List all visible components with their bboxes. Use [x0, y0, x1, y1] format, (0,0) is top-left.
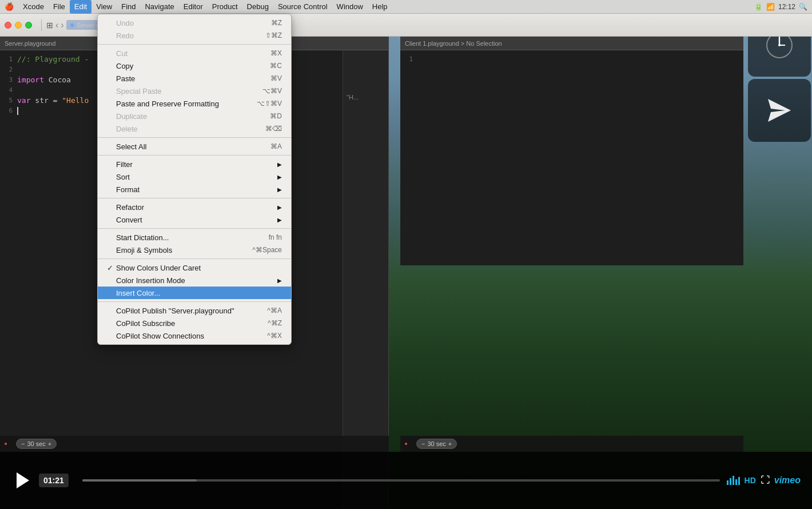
traffic-lights: [5, 22, 32, 29]
timer-value-right: 30 sec: [427, 440, 445, 447]
code-text-3: import Cocoa: [17, 75, 71, 84]
grid-icon: ⊞: [46, 21, 53, 30]
menu-editor[interactable]: Editor: [179, 0, 208, 14]
cut-shortcut: ⌘X: [270, 49, 282, 57]
nav-arrows: ‹ ›: [55, 20, 64, 30]
result-value: "H...: [343, 92, 388, 103]
paste-shortcut: ⌘V: [270, 74, 282, 82]
menu-color-insertion[interactable]: Color Insertion Mode ▶: [98, 274, 291, 287]
menu-show-colors[interactable]: ✓ Show Colors Under Caret: [98, 261, 291, 274]
progress-bar[interactable]: [82, 479, 720, 482]
menu-delete[interactable]: Delete ⌘⌫: [98, 122, 291, 135]
menu-help[interactable]: Help: [368, 0, 392, 14]
toolbar-separator: [41, 19, 42, 31]
bars-icon: [727, 476, 740, 485]
text-cursor: [17, 107, 18, 115]
close-button[interactable]: [5, 22, 11, 29]
copilot-publish-shortcut: ^⌘A: [267, 307, 282, 315]
timer-left[interactable]: − 30 sec +: [16, 439, 57, 449]
sort-arrow: ▶: [277, 174, 282, 180]
svg-point-3: [778, 44, 781, 46]
menu-undo[interactable]: Undo ⌘Z: [98, 17, 291, 29]
fullscreen-icon[interactable]: ⛶: [761, 475, 770, 486]
wifi-icon: 📶: [766, 3, 775, 11]
emoji-shortcut: ^⌘Space: [252, 246, 282, 254]
menu-file[interactable]: File: [49, 0, 70, 14]
select-all-label: Select All: [116, 142, 270, 151]
breadcrumb-bar: Client 1.playground > No Selection: [400, 37, 743, 50]
line-number-6: 6: [0, 107, 17, 114]
playback-bar-right: − 30 sec +: [400, 436, 743, 452]
menu-redo[interactable]: Redo ⇧⌘Z: [98, 29, 291, 42]
menu-copilot-publish[interactable]: CoPilot Publish "Server.playground" ^⌘A: [98, 304, 291, 317]
play-button[interactable]: [11, 470, 32, 491]
redo-shortcut: ⇧⌘Z: [265, 31, 282, 39]
edit-dropdown-menu: Undo ⌘Z Redo ⇧⌘Z Cut ⌘X Copy ⌘C Paste ⌘V…: [97, 14, 292, 345]
menu-convert[interactable]: Convert ▶: [98, 213, 291, 226]
menu-filter[interactable]: Filter ▶: [98, 158, 291, 170]
minimize-button[interactable]: [15, 22, 22, 29]
paste-preserve-shortcut: ⌥⇧⌘V: [257, 100, 282, 108]
sep-5: [98, 228, 291, 229]
video-timestamp: 01:21: [39, 474, 69, 487]
format-arrow: ▶: [277, 186, 282, 193]
import-cocoa: Cocoa: [49, 75, 71, 84]
emoji-label: Emoji & Symbols: [116, 246, 252, 254]
menu-select-all[interactable]: Select All ⌘A: [98, 140, 291, 153]
menu-find[interactable]: Find: [117, 0, 140, 14]
convert-label: Convert: [116, 216, 277, 224]
menu-duplicate[interactable]: Duplicate ⌘D: [98, 110, 291, 122]
menu-copilot-subscribe[interactable]: CoPilot Subscribe ^⌘Z: [98, 317, 291, 329]
duplicate-label: Duplicate: [116, 112, 270, 121]
menu-product[interactable]: Product: [208, 0, 242, 14]
copy-shortcut: ⌘C: [270, 62, 282, 70]
menu-view[interactable]: View: [91, 0, 117, 14]
color-insertion-label: Color Insertion Mode: [116, 276, 277, 285]
redo-label: Redo: [116, 31, 265, 40]
menu-debug[interactable]: Debug: [242, 0, 273, 14]
line-number-2: 2: [0, 66, 17, 73]
timer-right[interactable]: − 30 sec +: [416, 439, 457, 449]
menu-window[interactable]: Window: [332, 0, 368, 14]
vimeo-branding: HD ⛶ vimeo: [727, 475, 801, 486]
send-widget[interactable]: [748, 79, 811, 142]
menu-source-control[interactable]: Source Control: [273, 0, 332, 14]
line-number-5: 5: [0, 97, 17, 104]
menu-copilot-connections[interactable]: CoPilot Show Connections ^⌘X: [98, 329, 291, 342]
client-line-1: 1: [400, 54, 743, 64]
navigator-toggle[interactable]: ⊞: [46, 21, 53, 30]
menu-special-paste[interactable]: Special Paste ⌥⌘V: [98, 85, 291, 97]
var-name: str =: [35, 96, 62, 105]
menu-edit[interactable]: Edit: [70, 0, 91, 14]
menu-dictation[interactable]: Start Dictation... fn fn: [98, 231, 291, 244]
sep-2: [98, 137, 291, 138]
menu-xcode[interactable]: Xcode: [18, 0, 49, 14]
hd-badge: HD: [745, 476, 756, 485]
copilot-connections-shortcut: ^⌘X: [267, 332, 282, 340]
insert-color-label: Insert Color...: [116, 289, 282, 297]
search-icon[interactable]: 🔍: [799, 3, 807, 11]
back-arrow[interactable]: ‹: [55, 20, 58, 30]
menu-navigate[interactable]: Navigate: [140, 0, 178, 14]
sep-1: [98, 44, 291, 45]
menu-format[interactable]: Format ▶: [98, 183, 291, 196]
menu-sort[interactable]: Sort ▶: [98, 170, 291, 183]
show-colors-label: Show Colors Under Caret: [116, 264, 282, 272]
copilot-subscribe-label: CoPilot Subscribe: [116, 319, 268, 328]
apple-menu[interactable]: 🍎: [0, 0, 18, 14]
keyword-var: var: [17, 96, 30, 105]
maximize-button[interactable]: [25, 22, 32, 29]
menu-paste[interactable]: Paste ⌘V: [98, 72, 291, 85]
line-number-1: 1: [0, 55, 17, 63]
menu-emoji[interactable]: Emoji & Symbols ^⌘Space: [98, 244, 291, 256]
menu-cut[interactable]: Cut ⌘X: [98, 47, 291, 59]
undo-label: Undo: [116, 19, 271, 27]
filter-arrow: ▶: [277, 161, 282, 168]
menu-copy[interactable]: Copy ⌘C: [98, 59, 291, 72]
copilot-connections-label: CoPilot Show Connections: [116, 332, 267, 340]
sep-7: [98, 301, 291, 302]
menu-insert-color[interactable]: Insert Color...: [98, 287, 291, 299]
menu-refactor[interactable]: Refactor ▶: [98, 201, 291, 213]
menu-paste-preserve[interactable]: Paste and Preserve Formatting ⌥⇧⌘V: [98, 97, 291, 110]
forward-arrow[interactable]: ›: [61, 20, 63, 30]
